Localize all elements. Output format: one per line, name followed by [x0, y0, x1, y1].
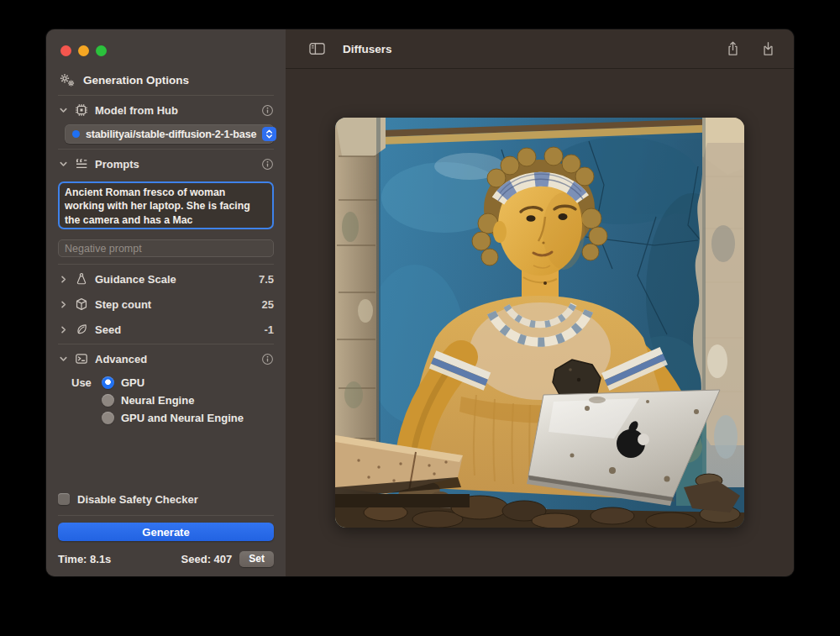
close-button[interactable]: [60, 45, 71, 56]
traffic-lights: [46, 29, 286, 56]
divider: [58, 149, 274, 150]
model-status-dot-icon: [72, 130, 80, 138]
image-canvas: [286, 69, 794, 576]
window-title: Diffusers: [343, 43, 392, 55]
sidebar-title: Generation Options: [83, 74, 189, 87]
generate-button[interactable]: Generate: [58, 523, 274, 541]
chevron-right-icon[interactable]: [58, 275, 68, 284]
compute-option-gpu-and-neural-engine: GPU and Neural Engine: [46, 410, 286, 426]
minimize-button[interactable]: [78, 45, 89, 56]
radio-neural-engine[interactable]: [102, 394, 114, 407]
chevron-down-icon[interactable]: [58, 106, 68, 115]
time-status: Time: 8.1s: [58, 553, 111, 565]
model-select[interactable]: stabilityai/stable-diffusion-2-1-base: [65, 124, 274, 144]
chip-icon: [74, 103, 89, 117]
safety-checker-label: Disable Safety Checker: [77, 493, 198, 506]
set-seed-button[interactable]: Set: [239, 551, 274, 567]
app-window: Generation Options Model from Hub sta: [46, 29, 794, 576]
sidebar-bottom: Disable Safety Checker Generate Time: 8.…: [46, 489, 286, 576]
main-pane: Diffusers: [286, 29, 794, 576]
prompt-input[interactable]: Ancient Roman fresco of woman working wi…: [58, 181, 274, 229]
model-select-value: stabilityai/stable-diffusion-2-1-base: [86, 129, 256, 140]
safety-checker-row: Disable Safety Checker: [46, 489, 286, 509]
info-icon[interactable]: [261, 104, 274, 117]
gpu-neural-engine-option-label: GPU and Neural Engine: [121, 412, 244, 424]
share-button[interactable]: [721, 37, 744, 60]
seed-row: Seed -1: [46, 318, 286, 340]
seed-status: Seed: 407: [181, 553, 233, 565]
info-icon[interactable]: [261, 158, 274, 171]
gpu-option-label: GPU: [121, 376, 144, 389]
status-bar: Time: 8.1s Seed: 407 Set: [46, 541, 286, 576]
sidebar-header: Generation Options: [46, 73, 286, 87]
negative-prompt-input[interactable]: [58, 239, 274, 257]
divider: [58, 95, 274, 96]
step-count-label: Step count: [95, 298, 151, 311]
neural-engine-option-label: Neural Engine: [121, 394, 194, 407]
toolbar: Diffusers: [286, 29, 794, 69]
guidance-scale-label: Guidance Scale: [95, 273, 176, 286]
divider: [58, 264, 274, 265]
terminal-icon: [74, 352, 89, 365]
compute-option-neural-engine: Neural Engine: [46, 392, 286, 408]
model-section-row: Model from Hub: [46, 99, 286, 121]
divider: [58, 515, 274, 516]
chevron-down-icon[interactable]: [58, 160, 68, 169]
disable-safety-checkbox[interactable]: [58, 493, 70, 505]
radio-gpu-and-neural-engine[interactable]: [102, 412, 114, 424]
guidance-scale-row: Guidance Scale 7.5: [46, 268, 286, 290]
guidance-scale-value: 7.5: [259, 273, 274, 286]
seed-value: -1: [264, 323, 274, 336]
zoom-button[interactable]: [96, 45, 107, 56]
compute-option-gpu: Use GPU: [46, 375, 286, 391]
advanced-section-row: Advanced: [46, 348, 286, 370]
advanced-label: Advanced: [95, 353, 147, 365]
toolbar-actions: [721, 37, 780, 60]
use-label: Use: [71, 376, 95, 389]
select-stepper-icon: [262, 127, 276, 141]
prompts-label: Prompts: [95, 158, 139, 171]
chevron-right-icon[interactable]: [58, 300, 68, 309]
divider: [58, 344, 274, 344]
info-icon[interactable]: [261, 353, 274, 365]
model-label: Model from Hub: [95, 104, 178, 117]
scale-weight-icon: [74, 272, 89, 286]
sidebar-toggle-button[interactable]: [305, 37, 328, 60]
generated-image[interactable]: [335, 118, 744, 528]
leaf-icon: [74, 323, 89, 336]
prompts-section-row: Prompts: [46, 153, 286, 175]
sidebar: Generation Options Model from Hub sta: [46, 29, 286, 576]
gears-icon: [58, 73, 76, 87]
radio-gpu[interactable]: [102, 376, 114, 389]
step-count-row: Step count 25: [46, 293, 286, 315]
save-image-button[interactable]: [756, 37, 780, 60]
chevron-down-icon[interactable]: [58, 355, 68, 364]
seed-label: Seed: [95, 323, 121, 336]
step-count-value: 25: [262, 298, 274, 311]
cube-icon: [74, 297, 89, 311]
text-quote-icon: [74, 157, 89, 171]
chevron-right-icon[interactable]: [58, 325, 68, 334]
